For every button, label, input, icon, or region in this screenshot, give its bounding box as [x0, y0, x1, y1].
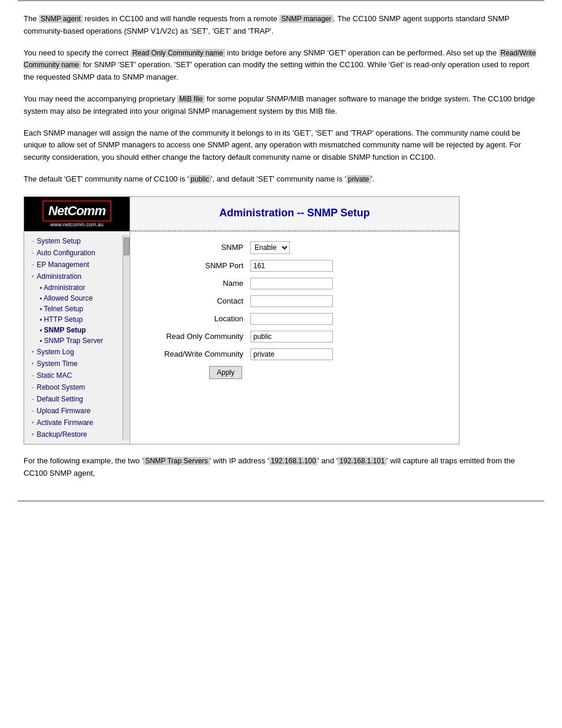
sidebar-item-reboot-system[interactable]: − Reboot System — [24, 381, 123, 393]
sidebar-item-ep-management[interactable]: − EP Management — [24, 259, 123, 271]
arrow-icon: + — [31, 274, 34, 279]
para3-text1: You may need the accompanying proprietar… — [24, 94, 177, 103]
logo-text: NetComm — [48, 203, 105, 218]
bottom-mid2: ' and ' — [318, 456, 338, 465]
location-label: Location — [144, 314, 250, 323]
sidebar-label-auto-config: Auto Configuration — [37, 249, 95, 257]
snmp-select[interactable]: Enable Disable — [250, 241, 290, 254]
para5-end1: '. — [371, 174, 375, 183]
paragraph-5: The default 'GET' community name of CC10… — [24, 173, 538, 186]
form-row-name: Name — [144, 278, 445, 289]
sidebar-label-administration: Administration — [37, 272, 81, 281]
bottom-border — [18, 500, 544, 502]
panel-body: − System Setup − Auto Configuration − EP… — [24, 232, 459, 444]
arrow-icon: + — [31, 431, 34, 437]
sidebar-sub-http-setup[interactable]: HTTP Setup — [24, 314, 123, 325]
sidebar-label-default-setting: Default Setting — [37, 395, 83, 403]
page-title-area: Administration -- SNMP Setup — [130, 197, 459, 231]
snmp-port-input[interactable] — [250, 260, 333, 272]
sidebar-item-static-mac[interactable]: − Static MAC — [24, 370, 123, 381]
sidebar-label-upload-firmware: Upload Firmware — [37, 407, 90, 415]
main-content: The SNMP agent resides in CC100 and will… — [0, 1, 562, 500]
para1-highlight2: SNMP manager — [279, 15, 333, 23]
sidebar-sub-snmp-setup[interactable]: SNMP Setup — [24, 325, 123, 335]
para2-text1: You need to specify the correct — [24, 48, 131, 57]
sidebar-label-static-mac: Static MAC — [37, 371, 72, 380]
para1-highlight1: SNMP agent — [39, 15, 82, 23]
form-area: SNMP Enable Disable SNMP Port Name Conta… — [130, 232, 459, 444]
sidebar-item-auto-config[interactable]: − Auto Configuration — [24, 247, 123, 259]
contact-label: Contact — [144, 297, 250, 305]
sidebar-sub-allowed-source[interactable]: Allowed Source — [24, 293, 123, 304]
sidebar-label-reboot-system: Reboot System — [37, 383, 85, 391]
sidebar-item-system-time[interactable]: + System Time — [24, 358, 123, 370]
paragraph-4: Each SNMP manager will assign the name o… — [24, 127, 538, 164]
sidebar-label-system-setup: System Setup — [37, 237, 81, 245]
sidebar-item-administration[interactable]: + Administration — [24, 271, 123, 282]
scroll-thumb[interactable] — [124, 238, 130, 255]
paragraph-2: You need to specify the correct Read Onl… — [24, 47, 538, 84]
sidebar-item-system-log[interactable]: + System Log — [24, 346, 123, 358]
logo-sub: www.netcomm.com.au — [50, 222, 104, 228]
arrow-icon: − — [31, 262, 34, 268]
sidebar-sub-snmp-trap-server[interactable]: SNMP Trap Server — [24, 335, 123, 346]
arrow-icon: − — [31, 250, 34, 256]
para1-text1: The — [24, 14, 39, 23]
form-row-read-write-community: Read/Write Community — [144, 348, 445, 360]
read-write-community-input[interactable] — [250, 348, 333, 360]
page-title: Administration -- SNMP Setup — [219, 207, 370, 219]
form-row-snmp: SNMP Enable Disable — [144, 241, 445, 254]
para2-highlight1: Read Only Community name — [131, 49, 225, 57]
read-only-community-input[interactable] — [250, 331, 333, 342]
scrollbar[interactable] — [123, 235, 130, 440]
paragraph-1: The SNMP agent resides in CC100 and will… — [24, 13, 538, 38]
sidebar-item-system-setup[interactable]: − System Setup — [24, 235, 123, 247]
sidebar-sub-administrator[interactable]: Administrator — [24, 282, 123, 293]
apply-row: Apply — [144, 366, 445, 379]
bottom-text1: For the following example, the two ' — [24, 456, 143, 465]
arrow-icon: − — [31, 238, 34, 244]
paragraph-3: You may need the accompanying proprietar… — [24, 93, 538, 118]
sidebar-item-default-setting[interactable]: − Default Setting — [24, 393, 123, 405]
para2-end1: for SNMP 'SET' operation. 'SET' operatio… — [24, 60, 529, 81]
snmp-label: SNMP — [144, 243, 250, 252]
para2-mid1: into bridge before any SNMP 'GET' operat… — [225, 48, 499, 57]
sidebar: − System Setup − Auto Configuration − EP… — [24, 232, 130, 444]
arrow-icon: − — [31, 373, 34, 378]
para5-highlight2: private — [346, 175, 371, 183]
read-write-community-label: Read/Write Community — [144, 350, 250, 358]
sidebar-sub-telnet-setup[interactable]: Telnet Setup — [24, 304, 123, 314]
sidebar-item-activate-firmware[interactable]: + Activate Firmware — [24, 417, 123, 429]
name-input[interactable] — [250, 278, 333, 289]
sidebar-label-system-log: System Log — [37, 348, 74, 356]
para4-text: Each SNMP manager will assign the name o… — [24, 129, 521, 162]
panel-header: NetComm www.netcomm.com.au Administratio… — [24, 197, 459, 232]
para5-mid1: ', and default 'SET' community name is ' — [211, 174, 346, 183]
location-input[interactable] — [250, 313, 333, 325]
arrow-icon: − — [31, 396, 34, 402]
read-only-community-label: Read Only Community — [144, 332, 250, 341]
bottom-highlight2: 192.168.1.100 — [269, 457, 318, 465]
apply-button[interactable]: Apply — [209, 366, 242, 379]
screenshot-panel: NetComm www.netcomm.com.au Administratio… — [24, 196, 459, 444]
form-row-read-only-community: Read Only Community — [144, 331, 445, 342]
bottom-highlight3: 192.168.1.101 — [338, 457, 386, 465]
arrow-icon: − — [31, 384, 34, 390]
sidebar-item-upload-firmware[interactable]: − Upload Firmware — [24, 405, 123, 417]
snmp-port-label: SNMP Port — [144, 261, 250, 270]
form-row-snmp-port: SNMP Port — [144, 260, 445, 272]
para5-text1: The default 'GET' community name of CC10… — [24, 174, 189, 183]
logo-area: NetComm www.netcomm.com.au — [24, 197, 130, 231]
para3-highlight1: MIB file — [177, 95, 204, 103]
sidebar-label-ep-management: EP Management — [37, 261, 89, 269]
arrow-icon: + — [31, 420, 34, 426]
form-row-contact: Contact — [144, 295, 445, 307]
arrow-icon: − — [31, 408, 34, 414]
sidebar-label-activate-firmware: Activate Firmware — [37, 419, 93, 427]
sidebar-label-backup-restore: Backup/Restore — [37, 430, 87, 439]
contact-input[interactable] — [250, 295, 333, 307]
arrow-icon: + — [31, 361, 34, 367]
para5-highlight1: public — [189, 175, 211, 183]
bottom-paragraph: For the following example, the two 'SNMP… — [24, 455, 538, 480]
sidebar-item-backup-restore[interactable]: + Backup/Restore — [24, 429, 123, 440]
